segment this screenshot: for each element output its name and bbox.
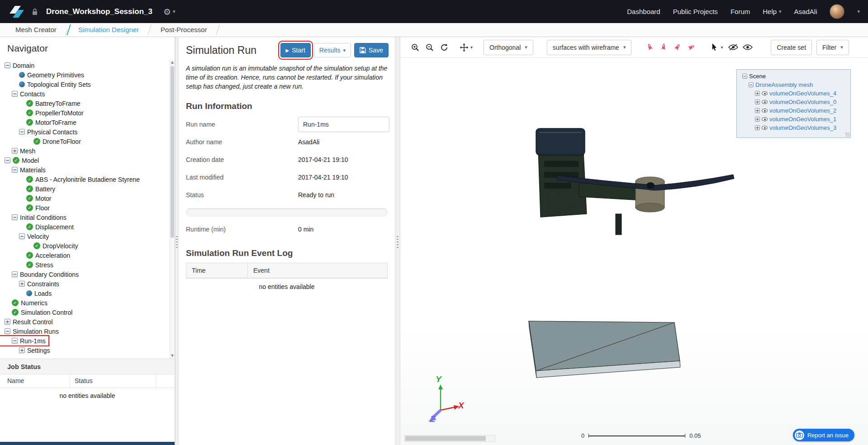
scrollbar-thumb[interactable] xyxy=(405,436,486,441)
tree-item-battery[interactable]: ✓Battery xyxy=(0,184,58,194)
user-avatar[interactable] xyxy=(830,4,844,19)
pan-tool-icon[interactable] xyxy=(458,42,470,53)
filter-dropdown[interactable]: Filter ▾ xyxy=(816,40,849,55)
tree-item-volumeongeovolumes-2[interactable]: +volumeOnGeoVolumes_2 xyxy=(740,106,839,115)
select-pointer-icon[interactable] xyxy=(708,42,720,53)
eye-icon[interactable] xyxy=(762,126,768,130)
tab-mesh-creator[interactable]: Mesh Creator xyxy=(5,23,67,37)
splitter-right[interactable] xyxy=(395,37,400,445)
rocket-view-icon-2[interactable] xyxy=(658,42,669,53)
eye-icon[interactable] xyxy=(762,117,768,121)
tree-item-simulation-runs[interactable]: −Simulation Runs xyxy=(0,327,62,336)
nav-public-projects[interactable]: Public Projects xyxy=(673,8,718,15)
refresh-view-icon[interactable] xyxy=(438,42,450,53)
resize-grip-icon[interactable] xyxy=(845,133,850,137)
tree-item-volumeongeovolumes-4[interactable]: +volumeOnGeoVolumes_4 xyxy=(740,89,839,98)
tree-item-dronetofloor[interactable]: ✓DroneToFloor xyxy=(0,137,84,146)
tree-item-dropvelocity[interactable]: ✓DropVelocity xyxy=(0,241,81,251)
tree-item-mesh[interactable]: +Mesh xyxy=(0,146,38,156)
tree-item-simulation-control[interactable]: ✓Simulation Control xyxy=(0,308,75,317)
tree-item-floor[interactable]: ✓Floor xyxy=(0,203,52,213)
tree-item-propellertomotor[interactable]: ✓PropellerToMotor xyxy=(0,108,86,118)
rocket-view-icon-4[interactable] xyxy=(685,42,697,53)
render-mode-dropdown[interactable]: surfaces with wireframe ▾ xyxy=(547,40,632,55)
expand-icon[interactable]: + xyxy=(19,347,25,353)
tree-item-numerics[interactable]: ✓Numerics xyxy=(0,298,50,308)
tab-post-processor[interactable]: Post-Processor xyxy=(150,23,218,37)
expand-icon[interactable]: + xyxy=(755,91,760,96)
results-button[interactable]: Results ▾ xyxy=(314,43,351,57)
run-name-input[interactable] xyxy=(298,117,389,132)
chevron-down-icon[interactable]: ▾ xyxy=(721,45,723,50)
tree-item-domain[interactable]: −Domain xyxy=(0,61,37,70)
expand-icon[interactable]: + xyxy=(755,99,760,104)
tree-item-constraints[interactable]: +Constraints xyxy=(0,279,62,289)
tree-item-result-control[interactable]: +Result Control xyxy=(0,317,56,327)
expand-icon[interactable]: + xyxy=(12,148,18,154)
collapse-icon[interactable]: − xyxy=(5,328,10,334)
job-col-status[interactable]: Status xyxy=(70,374,156,388)
rocket-view-icon-3[interactable] xyxy=(671,42,683,53)
eye-icon[interactable] xyxy=(762,91,768,95)
show-entity-icon[interactable] xyxy=(742,42,754,53)
nav-dashboard[interactable]: Dashboard xyxy=(627,8,660,15)
start-button[interactable]: ▶ Start xyxy=(280,43,311,57)
tree-item-droneassembly-mesh[interactable]: −DroneAssembly mesh xyxy=(740,80,816,89)
tree-item-volumeongeovolumes-0[interactable]: +volumeOnGeoVolumes_0 xyxy=(740,98,839,106)
nav-help[interactable]: Help ▾ xyxy=(763,8,781,15)
scroll-up-icon[interactable]: ▲ xyxy=(170,60,175,65)
eye-icon[interactable] xyxy=(762,109,768,113)
tree-item-run-1ms[interactable]: −Run-1ms xyxy=(0,336,48,346)
job-col-name[interactable]: Name xyxy=(0,374,70,388)
tree-item-displacement[interactable]: ✓Displacement xyxy=(0,222,76,232)
collapse-icon[interactable]: − xyxy=(19,233,25,239)
tree-item-contacts[interactable]: −Contacts xyxy=(0,89,47,99)
tree-item-physical-contacts[interactable]: −Physical Contacts xyxy=(0,127,80,137)
event-col-event[interactable]: Event xyxy=(248,263,387,278)
tree-item-volumeongeovolumes-3[interactable]: +volumeOnGeoVolumes_3 xyxy=(740,123,839,132)
expand-icon[interactable]: + xyxy=(5,319,10,325)
nav-forum[interactable]: Forum xyxy=(730,8,750,15)
navigator-scrollbar[interactable]: ▲ ▼ xyxy=(170,60,175,359)
expand-icon[interactable]: + xyxy=(755,117,760,122)
collapse-icon[interactable]: − xyxy=(19,129,25,135)
report-issue-button[interactable]: Report an issue xyxy=(793,429,854,441)
viewport-3d-canvas[interactable]: Y X Z −Scene−DroneAssembly mesh+volumeOn… xyxy=(400,58,868,445)
tree-item-geometry-primitives[interactable]: Geometry Primitives xyxy=(0,70,87,80)
splitter-left[interactable] xyxy=(175,37,179,445)
collapse-icon[interactable]: − xyxy=(12,167,18,173)
tree-item-model[interactable]: −✓Model xyxy=(0,156,42,165)
scroll-down-icon[interactable]: ▼ xyxy=(170,353,175,359)
chevron-down-icon[interactable]: ▾ xyxy=(857,9,860,14)
collapse-icon[interactable]: − xyxy=(742,74,747,79)
expand-icon[interactable]: + xyxy=(755,125,760,130)
tree-item-boundary-conditions[interactable]: −Boundary Conditions xyxy=(0,270,81,279)
create-set-button[interactable]: Create set xyxy=(771,40,812,55)
rocket-view-icon-1[interactable] xyxy=(644,42,656,53)
app-logo-icon[interactable] xyxy=(8,5,25,19)
tree-item-topological-entity-sets[interactable]: Topological Entity Sets xyxy=(0,80,94,89)
collapse-icon[interactable]: − xyxy=(12,214,18,220)
collapse-icon[interactable]: − xyxy=(749,82,754,87)
save-button[interactable]: Save xyxy=(354,43,389,57)
scrollbar-thumb[interactable] xyxy=(171,66,174,238)
horizontal-scrollbar[interactable] xyxy=(404,435,495,442)
nav-username[interactable]: AsadAli xyxy=(794,8,817,15)
event-col-time[interactable]: Time xyxy=(186,263,248,278)
tree-item-settings[interactable]: +Settings xyxy=(0,346,53,355)
collapse-icon[interactable]: − xyxy=(5,62,10,68)
tree-item-volumeongeovolumes-1[interactable]: +volumeOnGeoVolumes_1 xyxy=(740,115,839,123)
collapse-icon[interactable]: − xyxy=(5,157,10,163)
project-settings-button[interactable]: ⚙ ▾ xyxy=(163,7,175,17)
splitter-grip[interactable] xyxy=(397,236,398,248)
tree-item-materials[interactable]: −Materials xyxy=(0,165,48,175)
zoom-in-icon[interactable] xyxy=(409,42,421,53)
expand-icon[interactable]: + xyxy=(755,108,760,113)
tab-simulation-designer[interactable]: Simulation Designer xyxy=(67,23,150,37)
tree-item-abs-acrylonitrile-butadiene-styrene[interactable]: ✓ABS - Acrylonitrile Butadiene Styrene xyxy=(0,175,142,184)
tree-item-initial-conditions[interactable]: −Initial Conditions xyxy=(0,213,69,222)
expand-icon[interactable]: + xyxy=(19,281,25,287)
chevron-down-icon[interactable]: ▾ xyxy=(470,45,473,50)
tree-item-stress[interactable]: ✓Stress xyxy=(0,260,56,270)
eye-icon[interactable] xyxy=(762,100,768,104)
